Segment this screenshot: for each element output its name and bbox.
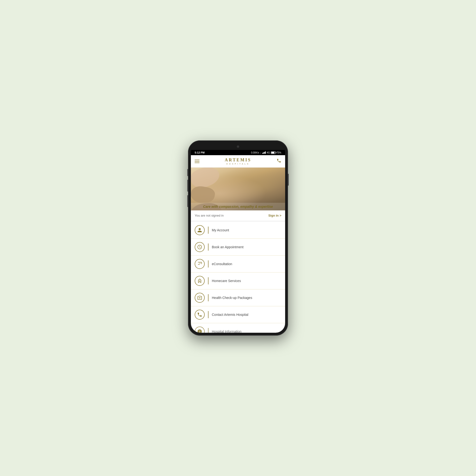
- hero-overlay: Care with compassion, empathy & expertis…: [191, 203, 285, 210]
- contact-label: Contact Artemis Hospital: [212, 313, 248, 317]
- person-icon: [197, 227, 202, 233]
- econsultation-label: eConsultation: [212, 262, 232, 266]
- network-speed: 0.00K/s: [251, 151, 259, 154]
- power-button: [288, 174, 289, 186]
- menu-divider: [208, 243, 208, 251]
- menu-divider: [208, 277, 208, 284]
- status-time: 5:12 PM: [195, 151, 205, 154]
- health-camera-icon: [197, 295, 202, 300]
- phone-call-button[interactable]: [276, 158, 281, 164]
- phone-device: 5:12 PM 0.00K/s ↓ 4G 75%: [188, 140, 288, 336]
- menu-divider: [208, 294, 208, 301]
- status-bar: 5:12 PM 0.00K/s ↓ 4G 75%: [191, 150, 285, 155]
- menu-item-health-checkup[interactable]: Health Check-up Packages: [191, 289, 285, 306]
- menu-divider: [208, 328, 208, 333]
- menu-item-hospital-info[interactable]: Hospital Information: [191, 323, 285, 333]
- volume-up-button: [187, 180, 188, 192]
- contact-icon-circle: [195, 310, 205, 320]
- down-arrow-icon: ↓: [260, 151, 261, 154]
- econsultation-icon-circle: [195, 259, 205, 269]
- info-icon: [197, 329, 202, 333]
- app-screen: ARTEMIS HOSPITALS Care with compassi: [191, 155, 285, 333]
- logo-title: ARTEMIS: [225, 157, 251, 163]
- menu-divider: [208, 227, 208, 234]
- book-appointment-label: Book an Appointment: [212, 245, 243, 249]
- phone-screen: 5:12 PM 0.00K/s ↓ 4G 75%: [191, 143, 285, 333]
- hospital-info-label: Hospital Information: [212, 330, 241, 333]
- logo-subtitle: HOSPITALS: [225, 163, 251, 165]
- health-checkup-label: Health Check-up Packages: [212, 296, 252, 300]
- app-header: ARTEMIS HOSPITALS: [191, 155, 285, 168]
- network-type: 4G: [267, 151, 270, 154]
- clock-icon: [197, 244, 202, 250]
- menu-item-homecare[interactable]: Homecare Services: [191, 272, 285, 289]
- battery-icon: [271, 151, 276, 154]
- my-account-label: My Account: [212, 228, 229, 232]
- hero-tagline: Care with compassion, empathy & expertis…: [194, 205, 282, 208]
- menu-item-contact[interactable]: Contact Artemis Hospital: [191, 306, 285, 323]
- status-right-icons: 0.00K/s ↓ 4G 75%: [251, 151, 281, 154]
- menu-divider: [208, 311, 208, 318]
- menu-item-book-appointment[interactable]: Book an Appointment: [191, 239, 285, 255]
- not-signed-text: You are not signed in: [195, 214, 224, 217]
- menu-list: My Account Book an Appointment: [191, 222, 285, 333]
- homecare-label: Homecare Services: [212, 279, 241, 283]
- hero-banner: Care with compassion, empathy & expertis…: [191, 168, 285, 210]
- homecare-icon-circle: [195, 276, 205, 286]
- mute-button: [187, 169, 188, 176]
- old-phone-icon: [197, 312, 202, 317]
- menu-item-my-account[interactable]: My Account: [191, 222, 285, 239]
- signin-bar: You are not signed in Sign in >: [191, 210, 285, 221]
- sign-in-button[interactable]: Sign in >: [268, 214, 281, 217]
- battery-percent: 75%: [276, 151, 281, 154]
- econsult-icon: [197, 261, 202, 267]
- my-account-icon-circle: [195, 225, 205, 235]
- app-logo: ARTEMIS HOSPITALS: [225, 157, 251, 165]
- menu-item-econsultation[interactable]: eConsultation: [191, 255, 285, 272]
- phone-top-bar: [191, 143, 285, 150]
- hospital-info-icon-circle: [195, 326, 205, 333]
- health-checkup-icon-circle: [195, 293, 205, 303]
- hamburger-menu-button[interactable]: [195, 160, 200, 163]
- front-camera: [237, 145, 239, 148]
- signal-icon: [262, 151, 266, 154]
- homecare-icon: [197, 278, 202, 284]
- book-appointment-icon-circle: [195, 242, 205, 252]
- menu-divider: [208, 260, 208, 268]
- volume-down-button: [187, 195, 188, 207]
